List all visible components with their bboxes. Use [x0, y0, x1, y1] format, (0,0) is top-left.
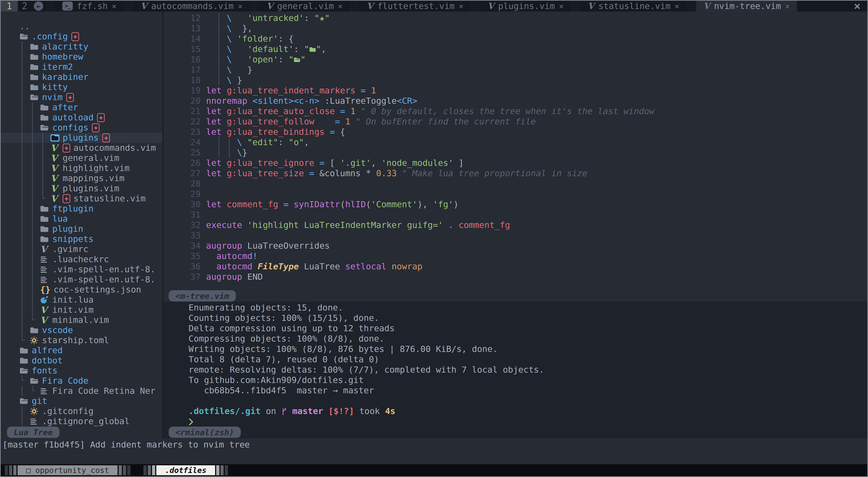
- editor-line-19[interactable]: 19let g:lua_tree_indent_markers = 1: [163, 85, 867, 96]
- editor-line-37[interactable]: 37augroup END: [163, 272, 867, 282]
- folder-open-icon: [30, 377, 38, 384]
- editor-line-23[interactable]: 23let g:lua_tree_bindings = {: [163, 127, 867, 137]
- editor-line-36[interactable]: 36 autocmd FileType LuaTree setlocal now…: [163, 261, 867, 272]
- buffer-tab-plugins.vim[interactable]: Vplugins.vim×: [480, 1, 571, 11]
- tab-close-icon[interactable]: ×: [112, 2, 117, 11]
- tree-item-label: init.vim: [52, 305, 93, 315]
- tree-item-plugins.vim[interactable]: │ │ │ Vplugins.vim: [1, 183, 162, 194]
- editor-pane[interactable]: 12 │ \ 'untracked': "★"13 │ \ },14 │ \ '…: [163, 11, 867, 302]
- editor-line-12[interactable]: 12 │ \ 'untracked': "★": [163, 13, 867, 23]
- editor-line-32[interactable]: 32execute 'highlight LuaTreeIndentMarker…: [163, 220, 867, 230]
- tree-item-configs[interactable]: │ │ configs+: [1, 123, 162, 133]
- tab-close-icon[interactable]: ×: [459, 2, 464, 11]
- editor-line-28[interactable]: 28: [163, 178, 867, 189]
- tab-close-icon[interactable]: ×: [675, 2, 680, 11]
- tree-item-git[interactable]: git: [1, 396, 162, 406]
- terminal-pane[interactable]: Enumerating objects: 15, done.Counting o…: [163, 302, 867, 438]
- editor-line-18[interactable]: 18 │ \ }: [163, 75, 867, 85]
- buffer-tab-autocommands.vim[interactable]: Vautocommands.vim×: [133, 1, 250, 11]
- tree-item-coc-settings.json[interactable]: │ │ {}coc-settings.json: [1, 285, 162, 295]
- tab-close-icon[interactable]: ×: [785, 2, 790, 11]
- editor-line-35[interactable]: 35 autocmd!: [163, 251, 867, 261]
- tree-item-.config[interactable]: .config+: [1, 32, 162, 42]
- tree-item-kitty[interactable]: │ kitty: [1, 82, 162, 92]
- tree-item-.gvimrc[interactable]: │ │ V.gvimrc: [1, 244, 162, 254]
- tree-item-statusline.vim[interactable]: │ │ └ V+statusline.vim: [1, 194, 162, 204]
- tree-item-nvim[interactable]: │ nvim+: [1, 92, 162, 102]
- tabpage-current[interactable]: 1: [1, 1, 18, 11]
- tree-item-minimal.vim[interactable]: │ └ Vminimal.vim: [1, 315, 162, 325]
- buffer-tab-statusline.vim[interactable]: Vstatusline.vim×: [580, 1, 686, 11]
- tab-close-icon[interactable]: ×: [559, 2, 564, 11]
- tree-item-plugin[interactable]: │ │ plugin: [1, 224, 162, 234]
- close-all-icon[interactable]: ×: [854, 1, 867, 11]
- tree-item-ftplugin[interactable]: │ │ ftplugin: [1, 204, 162, 214]
- tab-close-icon[interactable]: ×: [238, 2, 243, 11]
- folder-icon: [40, 114, 49, 121]
- line-number: 15: [163, 44, 201, 54]
- editor-line-26[interactable]: 26let g:lua_tree_ignore = [ '.git', 'nod…: [163, 158, 867, 168]
- editor-line-34[interactable]: 34augroup LuaTreeOverrides: [163, 241, 867, 251]
- buffer-tab-fluttertest.vim[interactable]: Vfluttertest.vim×: [360, 1, 471, 11]
- editor-line-17[interactable]: 17 │ \ }: [163, 65, 867, 75]
- editor-line-14[interactable]: 14 │ \ 'folder': {: [163, 34, 867, 44]
- tree-item-autocommands.vim[interactable]: │ │ │ V+autocommands.vim: [1, 143, 162, 153]
- tmux-window-□ opportunity_cost[interactable]: □ opportunity_cost: [5, 465, 130, 475]
- tree-item-alfred[interactable]: alfred: [1, 345, 162, 355]
- git-plus-badge: +: [102, 133, 110, 142]
- tree-item-Fira Code Retina Ner[interactable]: │ └ Fira Code Retina Ner: [1, 386, 162, 396]
- tree-item-karabiner[interactable]: │ karabiner: [1, 72, 162, 82]
- tree-item-init.lua[interactable]: │ │ init.lua: [1, 295, 162, 305]
- tree-item-fonts[interactable]: fonts: [1, 366, 162, 376]
- editor-line-20[interactable]: 20nnoremap <silent><c-n> :LuaTreeToggle<…: [163, 96, 867, 106]
- editor-line-13[interactable]: 13 │ \ },: [163, 23, 867, 34]
- tree-item-.vim-spell-en.utf-8.[interactable]: │ │ .vim-spell-en.utf-8.: [1, 264, 162, 274]
- tree-item-init.vim[interactable]: │ │ Vinit.vim: [1, 305, 162, 315]
- tree-item-.luacheckrc[interactable]: │ │ .luacheckrc: [1, 254, 162, 264]
- tree-guides: │ │: [9, 285, 40, 295]
- buffer-tab-nvim-tree.vim[interactable]: Vnvim-tree.vim×: [696, 1, 797, 11]
- tmux-window-.dotfiles[interactable]: .dotfiles: [144, 465, 228, 475]
- editor-line-25[interactable]: 25 │ │ \}: [163, 147, 867, 158]
- file-tree-pane[interactable]: .. .config+ │ alacritty │ homebrew │ ite…: [1, 11, 162, 438]
- tree-item-mappings.vim[interactable]: │ │ │ Vmappings.vim: [1, 173, 162, 183]
- buffer-tab-general.vim[interactable]: Vgeneral.vim×: [259, 1, 350, 11]
- tree-item-autoload[interactable]: │ │ autoload+: [1, 112, 162, 123]
- editor-line-15[interactable]: 15 │ \ 'default': "",: [163, 44, 867, 54]
- tree-item-homebrew[interactable]: │ homebrew: [1, 52, 162, 62]
- editor-line-30[interactable]: 30let comment_fg = synIDattr(hlID('Comme…: [163, 199, 867, 209]
- editor-line-24[interactable]: 24 │ │ \ "edit": "o",: [163, 137, 867, 147]
- tree-item-.gitconfig[interactable]: │ .gitconfig: [1, 406, 162, 416]
- tree-item-general.vim[interactable]: │ │ │ Vgeneral.vim: [1, 153, 162, 163]
- tree-item-lua[interactable]: │ │ lua: [1, 214, 162, 224]
- tree-item-dotbot[interactable]: dotbot: [1, 355, 162, 366]
- editor-line-22[interactable]: 22let g:lua_tree_follow = 1 " On bufEnte…: [163, 116, 867, 127]
- tree-item-highlight.vim[interactable]: │ │ │ Vhighlight.vim: [1, 163, 162, 173]
- tree-guides: │ │: [9, 244, 40, 254]
- tabpage-other[interactable]: 2: [18, 1, 31, 11]
- tree-item-alacritty[interactable]: │ alacritty: [1, 42, 162, 52]
- tree-item-plugins[interactable]: │ │ │ plugins+: [1, 133, 162, 143]
- folder-icon: [20, 357, 28, 364]
- buffer-tab-fzf.sh[interactable]: >_fzf.sh×: [55, 1, 124, 11]
- editor-line-31[interactable]: 31: [163, 209, 867, 220]
- tree-item-.vim-spell-en.utf-8.[interactable]: │ │ .vim-spell-en.utf-8.: [1, 274, 162, 285]
- segment-ramp: [13, 465, 17, 475]
- tree-guides: │ └: [9, 315, 40, 325]
- editor-line-27[interactable]: 27let g:lua_tree_size = &columns * 0.33 …: [163, 168, 867, 178]
- tree-item-..[interactable]: ..: [1, 21, 162, 32]
- editor-line-33[interactable]: 33: [163, 230, 867, 241]
- editor-line-21[interactable]: 21let g:lua_tree_auto_close = 1 " 0 by d…: [163, 106, 867, 116]
- tree-item-starship.toml[interactable]: └ starship.toml: [1, 335, 162, 345]
- tree-item-Fira Code[interactable]: └ Fira Code: [1, 376, 162, 386]
- tree-item-iterm2[interactable]: │ iterm2: [1, 62, 162, 72]
- tree-item-after[interactable]: │ │ after: [1, 102, 162, 112]
- back-circle-icon[interactable]: ←: [34, 1, 43, 11]
- editor-line-16[interactable]: 16 │ \ 'open': "": [163, 54, 867, 65]
- tree-item-.gitignore_global[interactable]: │ .gitignore_global: [1, 416, 162, 427]
- tab-close-icon[interactable]: ×: [338, 2, 343, 11]
- tree-item-snippets[interactable]: │ │ snippets: [1, 234, 162, 244]
- editor-line-29[interactable]: 29: [163, 189, 867, 199]
- tree-item-vscode[interactable]: │ vscode: [1, 325, 162, 335]
- tree-guides: [9, 366, 20, 376]
